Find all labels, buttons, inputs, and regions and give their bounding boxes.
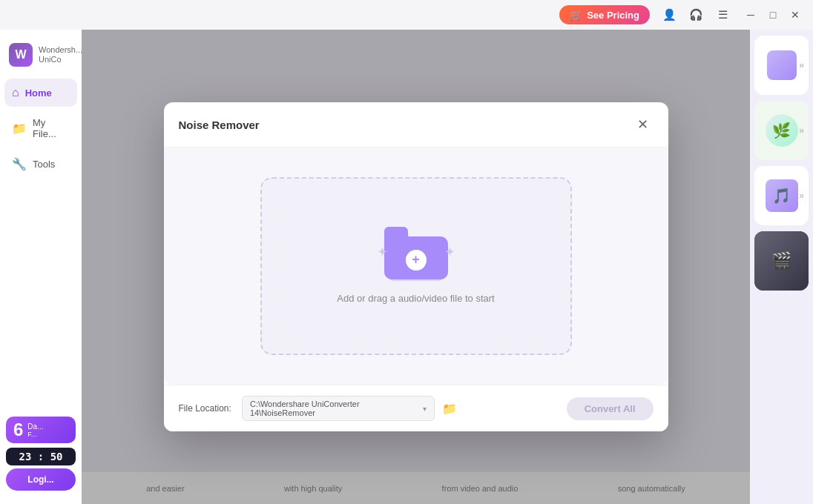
- right-card-4[interactable]: 🎬: [754, 231, 809, 291]
- sidebar-item-home-label: Home: [25, 87, 52, 99]
- modal-header: Noise Remover ✕: [164, 102, 668, 147]
- timer-display: 23 : 50: [6, 448, 76, 465]
- files-icon: 📁: [12, 122, 27, 136]
- folder-icon-container: + ✦ ✦: [383, 229, 450, 281]
- folder-plus-icon: +: [406, 250, 427, 271]
- days-number: 6: [13, 421, 23, 439]
- cart-icon: 🛒: [570, 9, 582, 21]
- right-card-3-more-icon: »: [799, 190, 804, 201]
- folder-front: +: [384, 236, 448, 279]
- minimize-button[interactable]: ─: [742, 6, 760, 24]
- title-bar-icons: 👤 🎧 ☰: [659, 4, 733, 25]
- right-card-2-more-icon: »: [799, 125, 804, 136]
- window-controls: ─ □ ✕: [742, 6, 804, 24]
- right-card-1[interactable]: »: [754, 36, 809, 95]
- modal-title: Noise Remover: [179, 119, 260, 131]
- app-container: W Wondersh... UniCo ⌂ Home 📁 My File... …: [0, 30, 813, 504]
- chevron-down-icon: ▾: [423, 405, 427, 413]
- sparkle-right-icon: ✦: [444, 244, 455, 260]
- sidebar-item-tools-label: Tools: [33, 159, 55, 170]
- file-path-text: C:\Wondershare UniConverter 14\NoiseRemo…: [250, 399, 423, 417]
- modal-overlay: Noise Remover ✕ + ✦ ✦ Ad: [82, 30, 750, 504]
- right-panel: » 🌿 » 🎵 » 🎬: [750, 30, 813, 504]
- sidebar-logo: W Wondersh... UniCo: [0, 37, 82, 79]
- see-pricing-button[interactable]: 🛒 See Pricing: [559, 5, 650, 24]
- main-content: Noise Remover ✕ + ✦ ✦ Ad: [82, 30, 750, 504]
- modal-footer: File Location: C:\Wondershare UniConvert…: [164, 385, 668, 431]
- see-pricing-label: See Pricing: [587, 10, 639, 21]
- drop-zone-text: Add or drag a audio/video file to start: [337, 293, 494, 304]
- sidebar-item-home[interactable]: ⌂ Home: [4, 79, 77, 107]
- sidebar-item-myfiles[interactable]: 📁 My File...: [4, 110, 77, 147]
- file-location-section: File Location: C:\Wondershare UniConvert…: [179, 396, 461, 421]
- title-bar: 🛒 See Pricing 👤 🎧 ☰ ─ □ ✕: [0, 0, 813, 30]
- modal-close-button[interactable]: ✕: [633, 114, 654, 135]
- days-badge: 6 Da... F...: [6, 417, 76, 443]
- right-card-3[interactable]: 🎵 »: [754, 166, 809, 225]
- sidebar-nav: ⌂ Home 📁 My File... 🔧 Tools: [0, 79, 82, 179]
- file-path-box[interactable]: C:\Wondershare UniConverter 14\NoiseRemo…: [242, 396, 435, 421]
- home-icon: ⌂: [12, 86, 19, 99]
- menu-icon[interactable]: ☰: [712, 4, 733, 25]
- user-icon[interactable]: 👤: [659, 4, 679, 25]
- right-card-img-1: [767, 50, 797, 80]
- sparkle-left-icon: ✦: [377, 244, 388, 260]
- sidebar: W Wondersh... UniCo ⌂ Home 📁 My File... …: [0, 30, 82, 504]
- close-button[interactable]: ✕: [786, 6, 804, 24]
- maximize-button[interactable]: □: [764, 6, 782, 24]
- folder-browse-button[interactable]: 📁: [438, 400, 461, 417]
- right-card-2[interactable]: 🌿 »: [754, 101, 809, 160]
- convert-all-button[interactable]: Convert All: [567, 397, 654, 420]
- logo-icon: W: [9, 43, 33, 67]
- right-card-img-3: 🎵: [766, 179, 798, 212]
- sidebar-item-tools[interactable]: 🔧 Tools: [4, 150, 77, 179]
- sidebar-bottom: 6 Da... F... 23 : 50 Logi...: [0, 411, 82, 497]
- right-card-img-2: 🌿: [766, 114, 798, 147]
- right-card-1-more-icon: »: [799, 60, 804, 70]
- sidebar-item-myfiles-label: My File...: [33, 117, 70, 139]
- login-button[interactable]: Logi...: [6, 468, 76, 491]
- noise-remover-modal: Noise Remover ✕ + ✦ ✦ Ad: [164, 102, 668, 431]
- right-card-video-thumb: 🎬: [754, 231, 809, 291]
- file-location-label: File Location:: [179, 403, 231, 414]
- headset-icon[interactable]: 🎧: [685, 4, 706, 25]
- days-sublabel: F...: [27, 431, 43, 438]
- tools-icon: 🔧: [12, 157, 27, 171]
- modal-body: + ✦ ✦ Add or drag a audio/video file to …: [164, 147, 668, 385]
- file-location-input: C:\Wondershare UniConverter 14\NoiseRemo…: [242, 396, 461, 421]
- logo-text: Wondersh... UniCo: [39, 45, 82, 64]
- drop-zone[interactable]: + ✦ ✦ Add or drag a audio/video file to …: [260, 177, 572, 355]
- days-label: Da...: [27, 422, 43, 431]
